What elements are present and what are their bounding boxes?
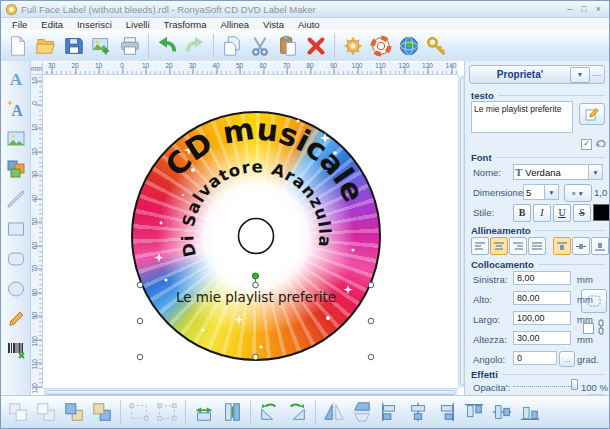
angle-picker-button[interactable]: … bbox=[559, 351, 575, 367]
font-name-value: Verdana bbox=[523, 167, 588, 178]
label-page[interactable]: CD musicale Di Salvatore Aranzulla Le mi… bbox=[43, 75, 458, 388]
website-button[interactable] bbox=[396, 33, 422, 59]
license-key-button[interactable] bbox=[424, 33, 450, 59]
menu-align[interactable]: Allinea bbox=[214, 19, 257, 30]
bring-forward-button[interactable] bbox=[61, 399, 87, 425]
combo-arrow-icon[interactable]: ▼ bbox=[588, 165, 602, 179]
paste-button[interactable] bbox=[275, 33, 301, 59]
properties-header[interactable]: Proprieta' ▼ — bbox=[469, 65, 605, 84]
align-objects-middle-button[interactable] bbox=[489, 399, 515, 425]
send-to-back-button[interactable] bbox=[5, 399, 31, 425]
rectangle-tool-button[interactable] bbox=[4, 218, 28, 240]
text-tool-button[interactable]: A bbox=[4, 68, 28, 90]
align-objects-bottom-button[interactable] bbox=[517, 399, 543, 425]
panel-collapse-button[interactable]: — bbox=[592, 70, 602, 80]
edit-text-button[interactable] bbox=[579, 103, 605, 125]
placement-angle-input[interactable] bbox=[513, 351, 557, 365]
align-objects-center-button[interactable] bbox=[405, 399, 431, 425]
menu-help[interactable]: Aiuto bbox=[291, 19, 327, 30]
cut-button[interactable] bbox=[247, 33, 273, 59]
send-backward-button[interactable] bbox=[89, 399, 115, 425]
undo-button[interactable] bbox=[154, 33, 180, 59]
auto-update-checkbox[interactable]: ✓ bbox=[581, 137, 592, 150]
rounded-rectangle-tool-button[interactable] bbox=[4, 248, 28, 270]
opacity-slider-handle[interactable] bbox=[571, 379, 578, 390]
properties-dropdown-button[interactable]: ▼ bbox=[570, 67, 590, 83]
underline-button[interactable]: U bbox=[553, 204, 571, 222]
opacity-slider-track[interactable] bbox=[513, 377, 575, 387]
menu-edit[interactable]: Edita bbox=[34, 19, 70, 30]
export-image-button[interactable] bbox=[89, 33, 115, 59]
strikethrough-button[interactable]: S bbox=[573, 204, 591, 222]
align-right-button[interactable] bbox=[509, 237, 527, 255]
delete-button[interactable] bbox=[303, 33, 329, 59]
shapes-tool-button[interactable] bbox=[4, 158, 28, 180]
group-button[interactable] bbox=[126, 399, 152, 425]
barcode-tool-button[interactable] bbox=[4, 338, 28, 360]
bold-button[interactable]: B bbox=[513, 204, 531, 222]
flip-vertical-button[interactable] bbox=[349, 399, 375, 425]
valign-top-button[interactable] bbox=[553, 237, 571, 255]
combo-arrow-icon[interactable]: ▼ bbox=[544, 185, 558, 199]
toolbar-separator bbox=[213, 34, 214, 58]
minimize-button[interactable]: – bbox=[567, 4, 572, 14]
rotate-right-button[interactable] bbox=[284, 399, 310, 425]
align-center-button[interactable] bbox=[490, 237, 508, 255]
send-backward-icon bbox=[91, 401, 113, 423]
fit-height-button[interactable] bbox=[219, 399, 245, 425]
menu-insert[interactable]: Inserisci bbox=[70, 19, 119, 30]
text-content-input[interactable]: Le mie playlist preferite bbox=[471, 101, 573, 133]
ruler-number: 80 bbox=[31, 289, 38, 296]
line-spacing-button[interactable]: ≡ ▼ bbox=[564, 184, 592, 202]
help-button[interactable] bbox=[368, 33, 394, 59]
ruler-number: 10 bbox=[95, 62, 102, 69]
ruler-number: 10 bbox=[31, 124, 38, 131]
selection-handles[interactable] bbox=[137, 273, 374, 360]
placement-height-input[interactable] bbox=[513, 331, 571, 345]
print-button[interactable] bbox=[117, 33, 143, 59]
toolbar-separator bbox=[148, 34, 149, 58]
font-name-combo[interactable]: T Verdana ▼ bbox=[513, 164, 603, 180]
valign-middle-button[interactable] bbox=[572, 237, 590, 255]
align-center-icon bbox=[494, 242, 504, 251]
menu-view[interactable]: Vista bbox=[256, 19, 291, 30]
rotate-left-button[interactable] bbox=[256, 399, 282, 425]
menu-transform[interactable]: Trasforma bbox=[157, 19, 214, 30]
cd-overlay: CD musicale Di Salvatore Aranzulla Le mi… bbox=[43, 75, 458, 388]
close-button[interactable]: × bbox=[596, 4, 601, 14]
placement-width-input[interactable] bbox=[513, 311, 571, 325]
artistic-text-tool-button[interactable]: A bbox=[4, 98, 28, 120]
save-button[interactable] bbox=[61, 33, 87, 59]
redo-button[interactable] bbox=[182, 33, 208, 59]
align-objects-top-button[interactable] bbox=[461, 399, 487, 425]
flip-horizontal-button[interactable] bbox=[321, 399, 347, 425]
align-objects-right-button[interactable] bbox=[433, 399, 459, 425]
font-color-swatch[interactable] bbox=[593, 204, 609, 221]
ellipse-tool-button[interactable] bbox=[4, 278, 28, 300]
new-button[interactable] bbox=[5, 33, 31, 59]
bring-to-front-button[interactable] bbox=[33, 399, 59, 425]
align-justify-button[interactable] bbox=[528, 237, 546, 255]
placement-left-input[interactable] bbox=[513, 271, 571, 285]
open-button[interactable] bbox=[33, 33, 59, 59]
rotation-handle[interactable] bbox=[253, 273, 259, 279]
copy-button[interactable] bbox=[219, 33, 245, 59]
cd-arc-title[interactable]: CD musicale bbox=[158, 111, 371, 207]
maximize-button[interactable]: □ bbox=[581, 4, 586, 14]
placement-top-input[interactable] bbox=[513, 291, 571, 305]
menu-layers[interactable]: Livelli bbox=[119, 19, 157, 30]
font-size-combo[interactable]: 5 ▼ bbox=[523, 184, 559, 200]
settings-button[interactable] bbox=[340, 33, 366, 59]
cd-caption-text[interactable]: Le mie playlist preferite bbox=[176, 289, 336, 305]
italic-button[interactable]: I bbox=[533, 204, 551, 222]
align-objects-left-button[interactable] bbox=[377, 399, 403, 425]
pencil-tool-button[interactable] bbox=[4, 308, 28, 330]
align-left-button[interactable] bbox=[471, 237, 489, 255]
line-tool-button[interactable] bbox=[4, 188, 28, 210]
image-tool-button[interactable] bbox=[4, 128, 28, 150]
menu-file[interactable]: File bbox=[5, 19, 34, 30]
valign-bottom-button[interactable] bbox=[591, 237, 609, 255]
refresh-arrow-icon[interactable] bbox=[595, 137, 607, 147]
fit-width-button[interactable] bbox=[191, 399, 217, 425]
ungroup-button[interactable] bbox=[154, 399, 180, 425]
